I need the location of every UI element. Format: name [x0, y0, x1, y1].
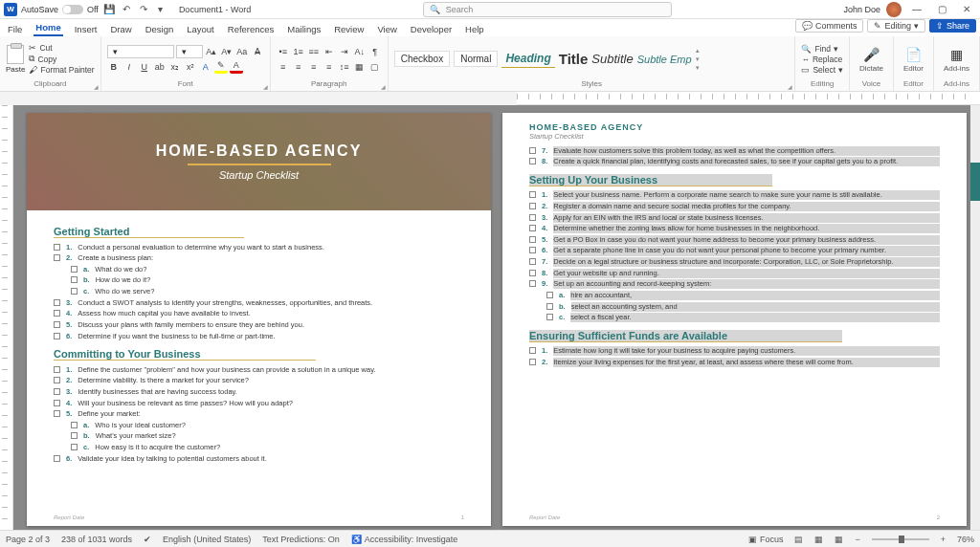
checkbox-icon[interactable] — [529, 270, 536, 276]
text-effects-button[interactable]: A — [199, 60, 212, 74]
checklist-item[interactable]: 1.Conduct a personal evaluation to deter… — [54, 243, 464, 252]
checklist-item[interactable]: c.Who do we serve? — [71, 287, 464, 296]
checklist-item[interactable]: 5.Define your market: — [54, 409, 464, 419]
checklist-item[interactable]: 2.Determine viability. Is there a market… — [54, 376, 464, 385]
checkbox-icon[interactable] — [54, 455, 60, 462]
checkbox-icon[interactable] — [529, 214, 536, 221]
checklist-item[interactable]: c.How easy is it to acquire the customer… — [71, 443, 464, 452]
clear-format-button[interactable]: A̶ — [251, 45, 264, 58]
checkbox-icon[interactable] — [71, 444, 78, 450]
checklist-item[interactable]: 3.Conduct a SWOT analysis to identify yo… — [54, 298, 464, 308]
increase-indent-button[interactable]: ⇥ — [338, 45, 351, 58]
minimize-button[interactable]: — — [907, 2, 926, 17]
print-layout-icon[interactable]: ▦ — [814, 535, 823, 544]
zoom-in[interactable]: + — [941, 535, 946, 544]
clipboard-launcher-icon[interactable]: ◢ — [94, 83, 99, 90]
borders-button[interactable]: ▢ — [368, 60, 382, 74]
checkbox-icon[interactable] — [529, 225, 536, 231]
read-mode-icon[interactable]: ▤ — [794, 535, 803, 544]
checkbox-icon[interactable] — [71, 276, 78, 283]
checkbox-icon[interactable] — [71, 432, 78, 439]
dictate-button[interactable]: 🎤Dictate — [856, 46, 887, 73]
style-subtle-emphasis[interactable]: Subtle Emp — [637, 54, 692, 65]
tab-file[interactable]: File — [6, 22, 24, 36]
checkbox-icon[interactable] — [546, 303, 553, 310]
tab-design[interactable]: Design — [144, 22, 176, 36]
font-launcher-icon[interactable]: ◢ — [263, 83, 268, 90]
checklist-item[interactable]: b.How do we do it? — [71, 275, 464, 285]
cut-button[interactable]: ✂Cut — [29, 43, 94, 53]
user-name[interactable]: John Doe — [843, 5, 880, 14]
align-right-button[interactable]: ≡ — [307, 60, 321, 74]
bold-button[interactable]: B — [107, 60, 121, 74]
checkbox-icon[interactable] — [71, 422, 78, 428]
focus-mode[interactable]: ▣ Focus — [748, 535, 784, 544]
zoom-level[interactable]: 76% — [957, 535, 974, 544]
checklist-item[interactable]: a.What do we do? — [71, 265, 464, 274]
style-subtitle[interactable]: Subtitle — [591, 52, 633, 66]
checklist-item[interactable]: 4.Will your business be relevant as time… — [54, 399, 464, 408]
checklist-item[interactable]: 8.Create a quick financial plan, identif… — [529, 157, 940, 166]
language-indicator[interactable]: English (United States) — [163, 535, 251, 544]
subscript-button[interactable]: x₂ — [168, 60, 182, 74]
zoom-slider[interactable] — [872, 538, 929, 540]
checklist-item[interactable]: 8.Get your website up and running. — [529, 269, 940, 278]
italic-button[interactable]: I — [122, 60, 136, 74]
vertical-scrollbar[interactable] — [970, 105, 980, 530]
font-family-select[interactable]: ▾ — [107, 45, 174, 58]
checkbox-icon[interactable] — [529, 359, 536, 365]
tab-references[interactable]: References — [226, 22, 277, 36]
checklist-item[interactable]: b.What's your market size? — [71, 431, 464, 441]
addins-button[interactable]: ▦Add-ins — [940, 46, 973, 73]
autosave-toggle[interactable]: AutoSave Off — [21, 5, 99, 14]
font-size-select[interactable]: ▾ — [176, 45, 203, 58]
checkbox-icon[interactable] — [54, 400, 60, 406]
checkbox-icon[interactable] — [529, 280, 536, 287]
checklist-item[interactable]: 1.Define the customer "problem" and how … — [54, 365, 464, 375]
spellcheck-icon[interactable]: ✔ — [144, 535, 151, 544]
tab-view[interactable]: View — [375, 22, 398, 36]
checklist-item[interactable]: 5.Discuss your plans with family members… — [54, 320, 464, 330]
shrink-font-button[interactable]: A▾ — [220, 45, 234, 58]
style-normal[interactable]: Normal — [454, 51, 498, 67]
checklist-item[interactable]: b.select an accounting system, and — [546, 302, 940, 312]
style-title[interactable]: Title — [559, 51, 589, 67]
checkbox-icon[interactable] — [529, 158, 536, 164]
checklist-item[interactable]: 4.Determine whether the zoning laws allo… — [529, 224, 940, 233]
grow-font-button[interactable]: A▴ — [205, 45, 218, 58]
checkbox-icon[interactable] — [54, 377, 60, 383]
tab-layout[interactable]: Layout — [185, 22, 216, 36]
checkbox-icon[interactable] — [54, 244, 60, 251]
replace-button[interactable]: ↔ Replace — [801, 55, 843, 64]
horizontal-ruler[interactable] — [517, 92, 980, 105]
align-center-button[interactable]: ≡ — [292, 60, 305, 74]
paragraph-launcher-icon[interactable]: ◢ — [381, 83, 386, 90]
bullets-button[interactable]: •≡ — [277, 45, 290, 58]
checkbox-icon[interactable] — [71, 288, 78, 295]
tab-mailings[interactable]: Mailings — [285, 22, 323, 36]
highlight-button[interactable]: ✎ — [214, 60, 228, 74]
checklist-item[interactable]: 1.Estimate how long it will take for you… — [529, 346, 940, 356]
copy-button[interactable]: ⧉Copy — [29, 54, 94, 64]
checklist-item[interactable]: 2.Register a domain name and secure soci… — [529, 202, 940, 211]
styles-gallery-more[interactable]: ▴▾▾ — [696, 47, 707, 72]
checkbox-icon[interactable] — [71, 266, 78, 273]
word-count[interactable]: 238 of 1031 words — [61, 535, 132, 544]
checklist-item[interactable]: 7.Evaluate how customers solve this prob… — [529, 146, 940, 156]
checklist-item[interactable]: c.select a fiscal year. — [546, 313, 940, 322]
checklist-item[interactable]: 5.Get a PO Box in case you do not want y… — [529, 235, 940, 245]
paste-button[interactable]: Paste — [6, 45, 25, 74]
page-indicator[interactable]: Page 2 of 3 — [6, 535, 50, 544]
editing-mode-button[interactable]: ✎ Editing ▾ — [867, 19, 925, 33]
multilevel-button[interactable]: ≡≡ — [307, 45, 321, 58]
checklist-item[interactable]: 6.Determine if you want the business to … — [54, 332, 464, 341]
checkbox-icon[interactable] — [54, 333, 60, 339]
styles-launcher-icon[interactable]: ◢ — [788, 83, 792, 90]
checkbox-icon[interactable] — [54, 410, 60, 417]
checklist-item[interactable]: 1.Select your business name. Perform a c… — [529, 190, 940, 200]
qat-customize-icon[interactable]: ▾ — [154, 3, 167, 16]
page-2[interactable]: HOME-BASED AGENCY Startup Checklist 7.Ev… — [502, 113, 967, 526]
checkbox-icon[interactable] — [529, 203, 536, 209]
tab-help[interactable]: Help — [463, 22, 486, 36]
web-layout-icon[interactable]: ▦ — [835, 535, 843, 544]
